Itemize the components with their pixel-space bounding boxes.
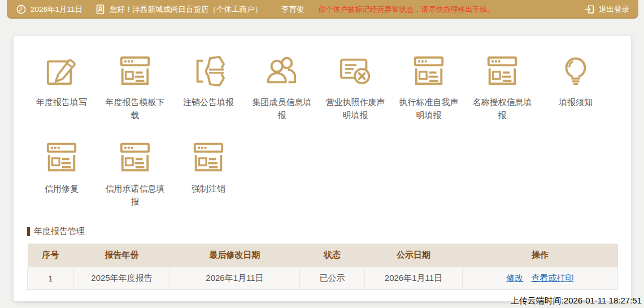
logout-button[interactable]: 退出登录 xyxy=(584,4,629,15)
section-title-bar xyxy=(27,227,30,236)
section-title-row: 年度报告管理 xyxy=(27,226,617,237)
cell-status: 已公示 xyxy=(300,267,365,289)
browser-doc-icon xyxy=(118,140,153,175)
browser-doc-icon xyxy=(44,140,79,175)
group-members-icon xyxy=(264,54,299,89)
grid-item-label: 名称授权信息填报 xyxy=(471,96,534,122)
cell-publicized: 2026年1月11日 xyxy=(365,267,463,289)
function-grid: 年度报告填写 年度报告模板下载 注销公告填报 集团成员信息填报 营业执照作废声明… xyxy=(25,54,616,227)
grid-item-cancellation-notice[interactable]: 注销公告填报 xyxy=(172,54,245,122)
logout-icon xyxy=(584,4,595,15)
col-header-modified: 最后修改日期 xyxy=(170,244,300,267)
cell-modified: 2026年1月11日 xyxy=(170,267,300,289)
grid-item-label: 执行标准自我声明填报 xyxy=(397,96,460,122)
browser-doc-icon xyxy=(118,54,153,89)
grid-item-license-void-declaration[interactable]: 营业执照作废声明填报 xyxy=(319,54,392,122)
col-header-status: 状态 xyxy=(300,244,365,267)
table-header-row: 序号 报告年份 最后修改日期 状态 公示日期 操作 xyxy=(28,244,618,267)
id-card-icon xyxy=(95,4,106,15)
clock-icon xyxy=(16,4,27,15)
grid-item-label: 年度报告填写 xyxy=(30,96,93,109)
edit-box-icon xyxy=(44,54,79,89)
cell-actions: 修改查看或打印 xyxy=(463,267,618,289)
annual-report-table: 序号 报告年份 最后修改日期 状态 公示日期 操作 1 2025年年度报告 20… xyxy=(27,244,618,290)
grid-item-label: 填报须知 xyxy=(544,96,607,109)
view-or-print-link[interactable]: 查看或打印 xyxy=(532,273,574,283)
table-row: 1 2025年年度报告 2026年1月11日 已公示 2026年1月11日 修改… xyxy=(28,267,618,289)
grid-item-filing-instructions[interactable]: 填报须知 xyxy=(539,54,612,122)
section-title: 年度报告管理 xyxy=(34,226,85,237)
col-header-seq: 序号 xyxy=(28,244,74,267)
grid-item-annual-report-template-download[interactable]: 年度报告模板下载 xyxy=(98,54,172,122)
greeting-group: 您好！沣西新城成尚目百货店（个体工商户） xyxy=(95,4,262,15)
lightbulb-icon xyxy=(558,54,593,89)
modify-link[interactable]: 修改 xyxy=(507,273,524,283)
grid-item-label: 信用承诺信息填报 xyxy=(103,183,167,208)
col-header-publicized: 公示日期 xyxy=(365,244,463,267)
topbar: 2026年1月11日 您好！沣西新城成尚目百货店（个体工商户） 李育俊 你个体户… xyxy=(7,0,638,19)
grid-item-label: 信用修复 xyxy=(30,183,93,196)
cell-year: 2025年年度报告 xyxy=(74,267,170,289)
browser-doc-icon xyxy=(411,54,446,89)
grid-item-standard-self-declaration[interactable]: 执行标准自我声明填报 xyxy=(392,54,465,122)
browser-doc-icon xyxy=(485,54,520,89)
upload-time: 上传云端时间:2026-01-11 18:27:51 xyxy=(511,296,642,306)
grid-item-annual-report-fill[interactable]: 年度报告填写 xyxy=(25,54,98,122)
grid-item-forced-cancellation[interactable]: 强制注销 xyxy=(172,140,245,208)
date-group: 2026年1月11日 xyxy=(16,4,82,15)
grid-item-label: 年度报告模板下载 xyxy=(103,96,167,122)
doc-cancel-icon xyxy=(338,54,373,89)
cell-seq: 1 xyxy=(28,267,74,289)
col-header-actions: 操作 xyxy=(463,244,618,267)
grid-item-label: 集团成员信息填报 xyxy=(250,96,314,122)
grid-item-label: 强制注销 xyxy=(177,183,240,196)
grid-item-label: 注销公告填报 xyxy=(177,96,240,109)
browser-doc-icon xyxy=(191,140,226,175)
annual-report-management-section: 年度报告管理 序号 报告年份 最后修改日期 状态 公示日期 操作 1 xyxy=(27,226,617,290)
grid-item-group-member-info[interactable]: 集团成员信息填报 xyxy=(245,54,319,122)
main-panel: 年度报告填写 年度报告模板下载 注销公告填报 集团成员信息填报 营业执照作废声明… xyxy=(14,36,631,301)
grid-item-name-authorization-info[interactable]: 名称授权信息填报 xyxy=(465,54,539,122)
page-flip-icon xyxy=(191,54,226,89)
col-header-year: 报告年份 xyxy=(74,244,170,267)
grid-item-label: 营业执照作废声明填报 xyxy=(324,96,387,122)
grid-item-credit-commitment-info[interactable]: 信用承诺信息填报 xyxy=(98,140,172,208)
greeting-text: 您好！沣西新城成尚目百货店（个体工商户） xyxy=(110,5,262,15)
logout-label: 退出登录 xyxy=(599,5,629,15)
username: 李育俊 xyxy=(281,5,304,15)
grid-item-credit-repair[interactable]: 信用修复 xyxy=(25,140,98,208)
current-date: 2026年1月11日 xyxy=(31,5,82,15)
abnormal-status-warning: 你个体户被标记经营异常状态，请尽快办理移出手续。 xyxy=(319,5,495,15)
